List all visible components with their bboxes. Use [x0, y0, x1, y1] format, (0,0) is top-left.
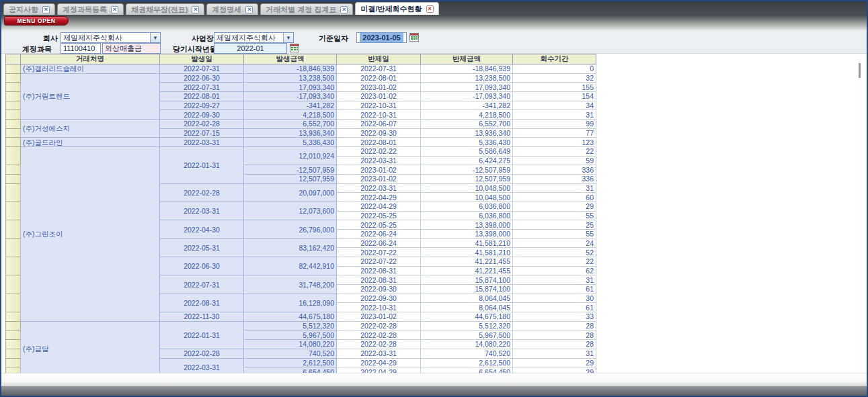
repayment-date-cell[interactable]: 2022-10-31 [337, 110, 421, 120]
tab-close-icon[interactable]: × [111, 6, 118, 13]
repayment-date-cell[interactable]: 2022-09-30 [337, 285, 421, 294]
row-header-cell[interactable] [6, 358, 21, 367]
occurrence-date-cell[interactable]: 2022-09-30 [160, 110, 244, 120]
repayment-amount-cell[interactable]: 12,507,959 [421, 175, 513, 184]
collection-days-cell[interactable]: 32 [513, 73, 596, 83]
collection-days-cell[interactable]: 52 [513, 248, 596, 257]
tab-close-icon[interactable]: × [340, 6, 348, 13]
repayment-amount-cell[interactable]: 5,967,500 [421, 330, 513, 340]
row-header-cell[interactable] [6, 349, 21, 358]
row-header-cell[interactable] [6, 101, 21, 110]
repayment-amount-cell[interactable]: 13,398,000 [421, 220, 513, 230]
row-header-cell[interactable] [6, 220, 21, 238]
repayment-date-cell[interactable]: 2022-02-28 [337, 330, 421, 340]
repayment-date-cell[interactable]: 2022-08-01 [337, 73, 421, 83]
repayment-amount-cell[interactable]: 41,581,210 [421, 238, 513, 248]
repayment-date-cell[interactable]: 2022-10-31 [337, 101, 421, 110]
collection-days-cell[interactable]: 31 [513, 110, 596, 120]
occurrence-amount-cell[interactable]: 4,218,500 [244, 110, 337, 120]
occurrence-amount-cell[interactable]: 740,520 [244, 349, 337, 358]
period-input[interactable]: 2022-01 [214, 43, 287, 54]
collection-days-cell[interactable]: 123 [513, 138, 596, 147]
repayment-amount-cell[interactable]: 6,424,275 [421, 156, 513, 165]
menu-open-button[interactable]: MENU OPEN [4, 16, 69, 26]
occurrence-date-cell[interactable]: 2022-07-31 [160, 83, 244, 92]
occurrence-amount-cell[interactable]: 13,238,500 [244, 73, 337, 83]
calendar-icon[interactable] [290, 44, 299, 52]
row-header-cell[interactable] [6, 340, 21, 349]
occurrence-date-cell[interactable]: 2022-08-01 [160, 92, 244, 101]
collection-days-cell[interactable]: 155 [513, 83, 596, 92]
occurrence-date-cell[interactable]: 2022-04-30 [160, 220, 244, 238]
occurrence-date-cell[interactable]: 2022-02-28 [160, 349, 244, 358]
repayment-amount-cell[interactable]: 740,520 [421, 349, 513, 358]
repayment-date-cell[interactable]: 2023-01-02 [337, 83, 421, 92]
repayment-date-cell[interactable]: 2022-08-01 [337, 138, 421, 147]
collection-days-cell[interactable]: 62 [513, 266, 596, 275]
row-header-cell[interactable] [6, 64, 21, 74]
collection-days-cell[interactable]: 336 [513, 175, 596, 184]
occurrence-date-cell[interactable]: 2022-03-31 [160, 202, 244, 220]
chevron-down-icon[interactable]: ▼ [283, 33, 293, 42]
company-select[interactable]: 제일제지주식회사 ▼ [61, 32, 161, 43]
repayment-date-cell[interactable]: 2022-09-30 [337, 128, 421, 138]
repayment-date-cell[interactable]: 2023-01-02 [337, 92, 421, 101]
occurrence-date-cell[interactable]: 2022-08-31 [160, 294, 244, 312]
site-select[interactable]: 제일제지주식회사 ▼ [214, 32, 294, 43]
collection-days-cell[interactable]: 25 [513, 220, 596, 230]
collection-days-cell[interactable]: 60 [513, 193, 596, 202]
repayment-amount-cell[interactable]: 14,080,220 [421, 340, 513, 349]
occurrence-amount-cell[interactable]: 2,612,500 [244, 358, 337, 367]
row-header-cell[interactable] [6, 175, 21, 184]
repayment-amount-cell[interactable]: -341,282 [421, 101, 513, 110]
occurrence-amount-cell[interactable]: 17,093,340 [244, 83, 337, 92]
occurrence-date-cell[interactable]: 2022-07-31 [160, 64, 244, 74]
repayment-date-cell[interactable]: 2022-04-29 [337, 202, 421, 212]
row-header-cell[interactable] [6, 120, 21, 129]
occurrence-date-cell[interactable]: 2022-07-15 [160, 128, 244, 138]
repayment-amount-cell[interactable]: -17,093,340 [421, 92, 513, 101]
collection-days-cell[interactable]: 34 [513, 101, 596, 110]
occurrence-date-cell[interactable]: 2022-03-31 [160, 138, 244, 147]
repayment-date-cell[interactable]: 2022-06-07 [337, 120, 421, 129]
collection-days-cell[interactable]: 33 [513, 312, 596, 322]
occurrence-amount-cell[interactable]: 44,675,180 [244, 312, 337, 322]
row-header-cell[interactable] [6, 92, 21, 101]
repayment-date-cell[interactable]: 2022-06-24 [337, 230, 421, 239]
collection-days-cell[interactable]: 154 [513, 92, 596, 101]
collection-days-cell[interactable]: 29 [513, 202, 596, 212]
occurrence-amount-cell[interactable]: 5,336,430 [244, 138, 337, 147]
row-header-cell[interactable] [6, 294, 21, 312]
repayment-amount-cell[interactable]: 41,581,210 [421, 248, 513, 257]
row-header-cell[interactable] [6, 183, 21, 202]
collection-days-cell[interactable]: 99 [513, 120, 596, 129]
occurrence-amount-cell[interactable]: 20,097,000 [244, 183, 337, 202]
tab-close-icon[interactable]: × [42, 6, 50, 13]
occurrence-amount-cell[interactable]: 16,128,090 [244, 294, 337, 312]
occurrence-amount-cell[interactable]: 12,073,600 [244, 202, 337, 220]
repayment-amount-cell[interactable]: 44,675,180 [421, 312, 513, 322]
occurrence-amount-cell[interactable]: -341,282 [244, 101, 337, 110]
row-header-cell[interactable] [6, 147, 21, 165]
customer-name-cell[interactable]: (주)거성에스지 [21, 120, 160, 138]
collection-days-cell[interactable]: 31 [513, 183, 596, 193]
collection-days-cell[interactable]: 31 [513, 349, 596, 358]
occurrence-amount-cell[interactable]: 12,010,924 [244, 147, 337, 165]
repayment-amount-cell[interactable]: 8,064,045 [421, 303, 513, 312]
repayment-date-cell[interactable]: 2022-07-31 [337, 64, 421, 74]
collection-days-cell[interactable]: 28 [513, 330, 596, 340]
occurrence-amount-cell[interactable]: 31,748,200 [244, 275, 337, 294]
repayment-date-cell[interactable]: 2022-09-30 [337, 294, 421, 303]
repayment-date-cell[interactable]: 2022-08-31 [337, 266, 421, 275]
occurrence-date-cell[interactable]: 2022-06-30 [160, 257, 244, 275]
repayment-date-cell[interactable]: 2022-03-31 [337, 183, 421, 193]
row-header-cell[interactable] [6, 128, 21, 138]
repayment-amount-cell[interactable]: 5,512,320 [421, 321, 513, 330]
repayment-amount-cell[interactable]: 10,048,500 [421, 193, 513, 202]
occurrence-date-cell[interactable]: 2022-05-31 [160, 238, 244, 257]
repayment-date-cell[interactable]: 2022-07-22 [337, 248, 421, 257]
repayment-amount-cell[interactable]: 13,238,500 [421, 73, 513, 83]
repayment-date-cell[interactable]: 2022-02-28 [337, 321, 421, 330]
repayment-amount-cell[interactable]: 8,064,045 [421, 294, 513, 303]
customer-name-cell[interactable]: (주)그린조이 [21, 147, 160, 322]
